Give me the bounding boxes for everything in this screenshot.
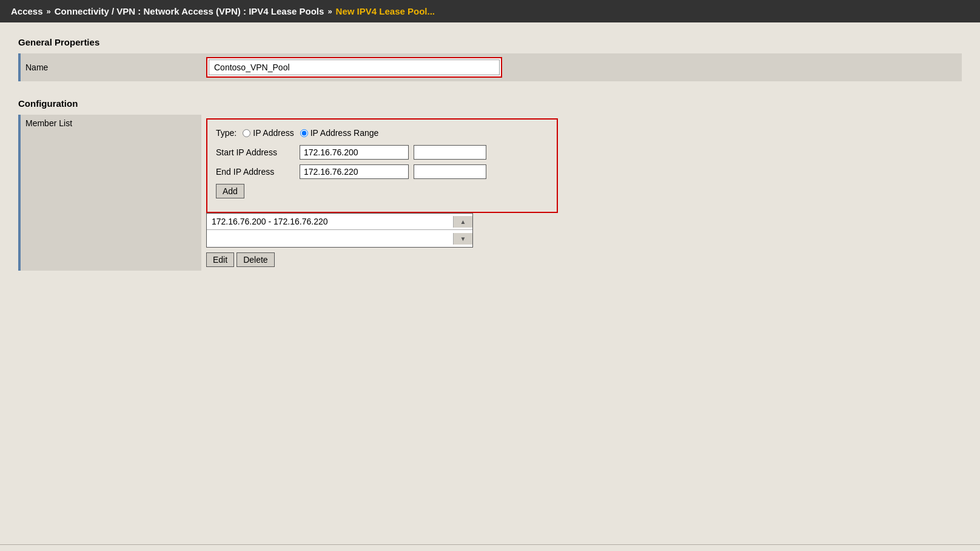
member-list-area: 172.16.76.200 - 172.16.76.220 ▲ ▼ [206, 213, 957, 267]
name-row: Name [19, 53, 962, 81]
properties-table: Name [18, 53, 962, 81]
edit-button[interactable]: Edit [206, 252, 234, 267]
delete-button[interactable]: Delete [237, 252, 274, 267]
start-ip-label: Start IP Address [216, 147, 295, 157]
breadcrumb-arrow1: » [47, 7, 51, 16]
member-list-item-1: 172.16.76.200 - 172.16.76.220 [207, 214, 453, 229]
scroll-up-button[interactable]: ▲ [453, 216, 472, 228]
config-outer-table: Member List Type: IP Address [18, 115, 962, 271]
start-ip-row: Start IP Address [216, 145, 548, 160]
name-input[interactable] [209, 59, 500, 75]
type-ip-address-label[interactable]: IP Address [243, 128, 294, 138]
member-list-row-1: 172.16.76.200 - 172.16.76.220 ▲ [207, 214, 472, 230]
start-ip-input[interactable] [300, 145, 409, 160]
breadcrumb-part1: Access [11, 6, 43, 16]
general-properties-section: General Properties Name [18, 37, 962, 81]
name-input-cell [201, 53, 962, 81]
name-label: Name [19, 53, 201, 81]
type-ip-address-range-text: IP Address Range [310, 128, 379, 138]
type-row: Type: IP Address IP Address Range [216, 128, 548, 138]
name-input-highlight-box [206, 57, 502, 78]
type-ip-address-radio[interactable] [243, 129, 250, 137]
configuration-section: Configuration Member List Type: [18, 98, 962, 271]
config-highlight-box: Type: IP Address IP Address Range [206, 118, 558, 213]
member-list-item-2 [207, 230, 453, 247]
bottom-bar: Cancel Repeat Finished [0, 544, 980, 551]
member-list-label-cell: Member List [19, 115, 201, 271]
edit-delete-row: Edit Delete [206, 252, 957, 267]
member-list-label: Member List [25, 118, 72, 128]
breadcrumb-part2: Connectivity / VPN : Network Access (VPN… [55, 6, 324, 16]
end-ip-input[interactable] [300, 164, 409, 179]
scroll-down-button[interactable]: ▼ [453, 233, 472, 245]
general-properties-title: General Properties [18, 37, 962, 47]
member-list-row-2: ▼ [207, 230, 472, 247]
add-button[interactable]: Add [216, 184, 244, 198]
member-list-container: 172.16.76.200 - 172.16.76.220 ▲ ▼ [206, 213, 473, 248]
breadcrumb-part3: New IPV4 Lease Pool... [336, 6, 435, 16]
type-label: Type: [216, 128, 237, 138]
start-ip-extra-input[interactable] [414, 145, 486, 160]
config-main-row: Member List Type: IP Address [19, 115, 962, 271]
end-ip-row: End IP Address [216, 164, 548, 179]
end-ip-label: End IP Address [216, 167, 295, 177]
config-right-cell: Type: IP Address IP Address Range [201, 115, 962, 271]
type-ip-address-range-radio[interactable] [300, 129, 308, 137]
type-ip-address-range-label[interactable]: IP Address Range [300, 128, 379, 138]
type-ip-address-text: IP Address [253, 128, 294, 138]
configuration-title: Configuration [18, 98, 962, 109]
breadcrumb-bar: Access » Connectivity / VPN : Network Ac… [0, 0, 980, 22]
end-ip-extra-input[interactable] [414, 164, 486, 179]
main-content: General Properties Name Configuration [0, 22, 980, 544]
breadcrumb-arrow2: » [327, 7, 332, 16]
